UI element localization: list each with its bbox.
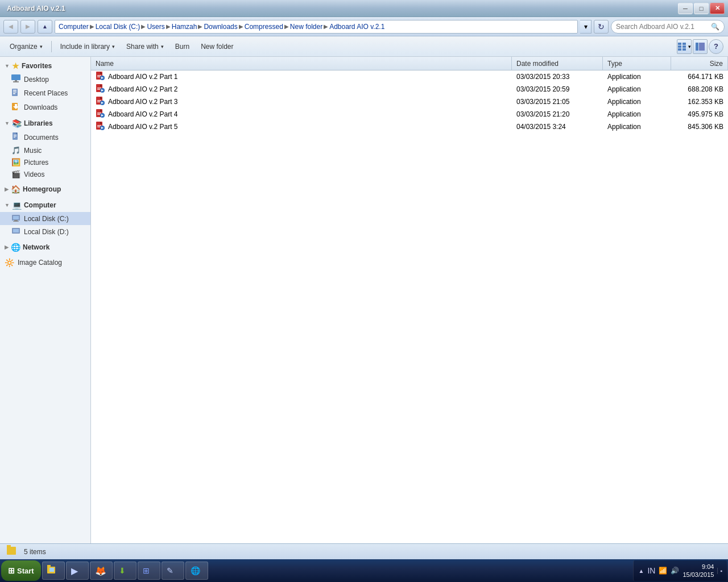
maximize-button[interactable]: □ [694,3,709,14]
sidebar-locald-label: Local Disk (D:) [24,228,69,236]
sidebar-favorites-header[interactable]: ▼ ★ Favorites [0,59,90,73]
file-size-cell: 845.306 KB [671,120,728,132]
sidebar-item-videos[interactable]: 🎬 Videos [0,168,90,180]
taskbar-item-app3[interactable]: 🌐 [185,562,208,580]
sidebar-item-documents[interactable]: Documents [0,130,90,144]
svg-rect-21 [14,137,15,138]
views-button[interactable]: ▾ [677,39,692,54]
start-button[interactable]: ⊞ Start [1,560,41,581]
col-date-label: Date modified [516,60,559,68]
sidebar-recent-label: Recent Places [24,89,68,97]
col-header-size[interactable]: Size [671,57,728,70]
sidebar-computer-header[interactable]: ▼ 💻 Computer [0,198,90,212]
file-date-cell: 03/03/2015 20:33 [512,70,603,82]
breadcrumb-downloads[interactable]: Downloads [204,23,237,31]
breadcrumb-users[interactable]: Users [147,23,164,31]
sidebar-videos-label: Videos [24,171,44,178]
table-row[interactable]: Adboard AIO v.2 Part 1 03/03/2015 20:33 … [91,70,728,83]
forward-button[interactable]: ► [20,20,35,34]
col-header-date[interactable]: Date modified [512,57,603,70]
favorites-star-icon: ★ [12,61,19,70]
pane-button[interactable] [693,39,708,54]
breadcrumb-localc[interactable]: Local Disk (C:) [96,23,140,31]
sidebar-item-recent[interactable]: Recent Places [0,86,90,100]
sidebar-item-desktop[interactable]: Desktop [0,73,90,86]
sidebar-item-locald[interactable]: Local Disk (D:) [0,225,90,238]
share-with-button[interactable]: Share with ▾ [121,39,169,55]
app2-icon: ✎ [167,566,173,575]
file-name: Adboard AIO v.2 Part 1 [108,73,178,81]
sidebar-desktop-label: Desktop [24,76,49,84]
recent-icon [11,88,20,98]
localc-icon [11,214,20,223]
sidebar-item-music[interactable]: 🎵 Music [0,144,90,156]
tray-lang[interactable]: IN [647,566,655,575]
firefox-icon: 🦊 [95,566,106,576]
taskbar-item-torrent[interactable]: ⬇ [114,562,136,580]
address-path[interactable]: Computer ▶ Local Disk (C:) ▶ Users ▶ Ham… [55,20,578,34]
col-header-name[interactable]: Name [91,57,512,70]
tray-expand-icon[interactable]: ▲ [638,568,644,574]
sidebar: ▼ ★ Favorites Desktop [0,57,91,543]
back-button[interactable]: ◄ [3,20,18,34]
table-row[interactable]: Adboard AIO v.2 Part 4 03/03/2015 21:20 … [91,108,728,120]
taskbar-item-explorer[interactable] [42,562,65,580]
network-icon: 🌐 [11,243,20,252]
sidebar-homegroup-header[interactable]: ▶ 🏠 Homegroup [0,182,90,196]
table-row[interactable]: Adboard AIO v.2 Part 3 03/03/2015 21:05 … [91,95,728,108]
taskbar-item-app1[interactable]: ⊞ [138,562,160,580]
tray-volume-icon[interactable]: 🔊 [671,567,679,575]
clock[interactable]: 9:04 15/03/2015 [682,563,714,579]
organize-button[interactable]: Organize ▾ [5,39,48,55]
close-button[interactable]: ✕ [710,3,725,14]
sidebar-item-pictures[interactable]: 🖼️ Pictures [0,156,90,168]
status-bar: 5 items [0,543,728,559]
svg-rect-5 [682,48,686,51]
table-row[interactable]: Adboard AIO v.2 Part 2 03/03/2015 20:59 … [91,83,728,95]
col-name-label: Name [96,60,114,68]
svg-rect-27 [13,229,19,232]
breadcrumb-current[interactable]: Adboard AIO v.2.1 [329,23,384,31]
file-list: Adboard AIO v.2 Part 1 03/03/2015 20:33 … [91,70,728,543]
breadcrumb-newfolder[interactable]: New folder [290,23,322,31]
homegroup-icon: 🏠 [11,185,20,194]
breadcrumb-hamzah[interactable]: Hamzah [172,23,197,31]
sidebar-item-localc[interactable]: Local Disk (C:) [0,212,90,225]
help-button[interactable]: ? [709,39,723,54]
svg-rect-42 [97,100,101,101]
computer-expand-icon: ▼ [5,202,10,208]
file-name-cell: Adboard AIO v.2 Part 2 [91,83,512,95]
start-label: Start [17,567,34,575]
tray-network-icon[interactable]: 📶 [659,567,667,575]
network-expand-icon: ▶ [5,244,9,250]
breadcrumb-computer[interactable]: Computer [59,23,89,31]
minimize-button[interactable]: ─ [678,3,693,14]
taskbar-item-firefox[interactable]: 🦊 [90,562,113,580]
col-header-type[interactable]: Type [603,57,671,70]
column-headers: Name Date modified Type Size [91,57,728,70]
tray-show-desktop-icon[interactable]: ▪ [717,568,722,574]
taskbar-item-app2[interactable]: ✎ [162,562,184,580]
include-library-button[interactable]: Include in library ▾ [55,39,120,55]
sidebar-item-image-catalog[interactable]: 🔆 Image Catalog [0,256,90,269]
new-folder-button[interactable]: New folder [196,39,238,55]
sidebar-libraries-header[interactable]: ▼ 📚 Libraries [0,117,90,130]
refresh-button[interactable]: ↻ [594,20,609,34]
address-dropdown-button[interactable]: ▾ [580,20,592,34]
taskbar-item-media[interactable]: ▶ [66,562,89,580]
table-row[interactable]: Adboard AIO v.2 Part 5 04/03/2015 3:24 A… [91,120,728,133]
search-box[interactable]: 🔍 [611,20,725,34]
sidebar-computer-label: Computer [24,201,56,209]
svg-rect-6 [696,43,698,51]
desktop-icon [11,74,20,84]
svg-rect-59 [7,545,11,547]
breadcrumb-compressed[interactable]: Compressed [245,23,283,31]
sidebar-network-header[interactable]: ▶ 🌐 Network [0,240,90,254]
homegroup-expand-icon: ▶ [5,186,9,192]
burn-button[interactable]: Burn [170,39,195,55]
start-windows-icon: ⊞ [8,566,15,575]
sidebar-item-downloads[interactable]: Downloads [0,100,90,114]
sidebar-pictures-label: Pictures [24,159,48,167]
search-input[interactable] [616,23,709,31]
up-button[interactable]: ▲ [38,20,52,34]
